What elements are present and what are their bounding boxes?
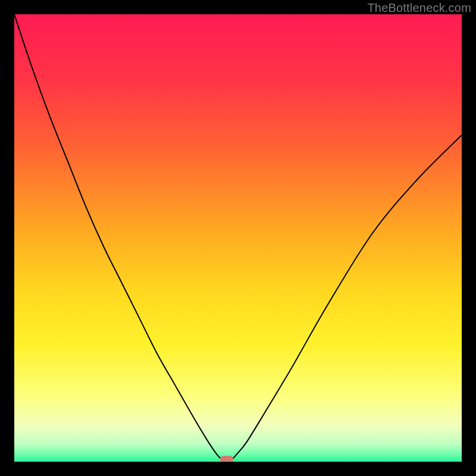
svg-rect-0 [14,14,462,462]
chart-frame: TheBottleneck.com [0,0,476,476]
background-gradient [14,14,462,462]
minimum-marker [220,456,233,462]
attribution-text: TheBottleneck.com [367,1,471,15]
plot-area [14,14,462,462]
